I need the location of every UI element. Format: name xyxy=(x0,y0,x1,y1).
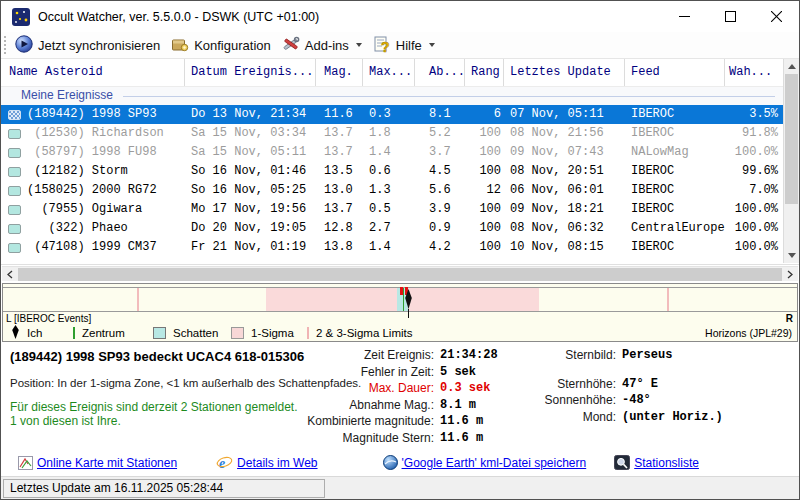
table-row[interactable]: (158025) 2000 RG72So 16 Nov, 05:2513.01.… xyxy=(1,181,784,200)
column-header-update[interactable]: Letztes Update xyxy=(504,59,625,86)
station-list-link[interactable]: Stationsliste xyxy=(614,455,699,470)
column-header-max[interactable]: Max... xyxy=(363,59,415,86)
row-cell-feed: IBEROC xyxy=(625,124,725,143)
row-cell-datum: Fr 21 Nov, 01:19 xyxy=(185,238,316,257)
station-list-label: Stationsliste xyxy=(634,456,699,470)
row-cell-feed: IBEROC xyxy=(625,105,725,124)
addins-dropdown-caret xyxy=(356,43,362,47)
row-cell-rang: 100 xyxy=(465,200,504,219)
event-path-icon xyxy=(8,224,21,234)
field-value: 21:34:28 xyxy=(440,348,498,364)
svg-text:?: ? xyxy=(381,38,390,53)
row-cell-ab: 8.1 xyxy=(415,105,465,124)
row-cell-wah: 91.8% xyxy=(725,124,784,143)
group-header[interactable]: Meine Ereignisse xyxy=(1,87,799,105)
vertical-scrollbar[interactable] xyxy=(783,59,799,263)
config-label: Konfiguration xyxy=(194,38,271,53)
table-row[interactable]: (322) PhaeoDo 20 Nov, 19:0512.82.70.9100… xyxy=(1,219,784,238)
window-controls xyxy=(661,1,799,32)
status-text: Letztes Update am 16.11.2025 05:28:44 xyxy=(10,481,223,495)
row-cell-ab: 4.2 xyxy=(415,238,465,257)
column-header-datum[interactable]: Datum Ereignis... xyxy=(185,59,316,86)
hilfe-button[interactable]: ? Hilfe xyxy=(369,33,442,58)
maximize-button[interactable] xyxy=(707,1,753,32)
vertical-scroll-thumb[interactable] xyxy=(785,74,798,204)
table-row[interactable]: (12530) RichardsonSa 15 Nov, 03:3413.71.… xyxy=(1,124,784,143)
field-label: Mond: xyxy=(540,410,616,426)
horizontal-scroll-thumb[interactable] xyxy=(18,268,782,281)
web-details-label: Details im Web xyxy=(237,456,317,470)
close-button[interactable] xyxy=(753,1,799,32)
row-cell-ab: 4.5 xyxy=(415,162,465,181)
field-label: Zeit Ereignis: xyxy=(300,348,434,364)
field-label: Kombinierte magnitude: xyxy=(300,414,434,430)
timeline-left-label: L [IBEROC Events] xyxy=(6,313,91,324)
legend-label: Zentrum xyxy=(82,327,125,339)
toolbar-grip[interactable] xyxy=(4,36,7,54)
row-icon-cell xyxy=(1,124,27,143)
event-rows: (189442) 1998 SP93Do 13 Nov, 21:3411.60.… xyxy=(1,105,799,257)
row-icon-cell xyxy=(1,105,27,124)
addins-tools-icon xyxy=(282,35,300,56)
group-header-label: Meine Ereignisse xyxy=(21,88,113,102)
scroll-down-button[interactable] xyxy=(784,248,799,263)
row-cell-wah: 100.0% xyxy=(725,238,784,257)
row-cell-mag: 13.5 xyxy=(316,162,363,181)
sync-button[interactable]: Jetzt synchronisieren xyxy=(11,33,167,58)
table-row[interactable]: (12182) StormSo 16 Nov, 01:4613.50.64.51… xyxy=(1,162,784,181)
field-label: Sonnenhöhe: xyxy=(540,393,616,409)
horizontal-scrollbar[interactable] xyxy=(2,266,798,281)
status-bar: Letztes Update am 16.11.2025 05:28:44 xyxy=(1,476,799,499)
column-header-feed[interactable]: Feed xyxy=(625,59,725,86)
google-earth-link[interactable]: 'Google Earth' kml-Datei speichern xyxy=(383,455,587,470)
column-header-name[interactable]: Name Asteroid xyxy=(1,59,185,86)
timeline-edge-labels: L [IBEROC Events] R xyxy=(3,313,797,324)
title-bar: Occult Watcher, ver. 5.5.0.0 - DSWK (UTC… xyxy=(1,1,799,32)
scroll-left-button[interactable] xyxy=(2,267,18,282)
event-fields-sky: Sternbild:PerseusSternhöhe:47° ESonnenhö… xyxy=(540,348,723,425)
table-row[interactable]: (189442) 1998 SP93Do 13 Nov, 21:3411.60.… xyxy=(1,105,784,124)
scroll-up-button[interactable] xyxy=(784,59,799,74)
field-label: Fehler in Zeit: xyxy=(300,365,434,381)
field-value: 11.6 m xyxy=(440,431,498,447)
row-cell-max: 1.3 xyxy=(363,181,415,200)
row-icon-cell xyxy=(1,238,27,257)
row-icon-cell xyxy=(1,200,27,219)
column-header-mag[interactable]: Mag. xyxy=(316,59,363,86)
event-path-icon xyxy=(8,205,21,215)
web-details-link[interactable]: e Details im Web xyxy=(216,455,317,470)
timeline-band[interactable] xyxy=(3,287,797,312)
event-path-icon xyxy=(8,186,21,196)
row-cell-update: 08 Nov, 20:51 xyxy=(504,162,625,181)
row-cell-wah: 7.0% xyxy=(725,181,784,200)
column-header-ab[interactable]: Ab... xyxy=(415,59,465,86)
links-bar: Online Karte mit Stationen e Details im … xyxy=(2,449,798,476)
row-cell-max: 1.8 xyxy=(363,124,415,143)
table-row[interactable]: (58797) 1998 FU98Sa 15 Nov, 05:1113.71.4… xyxy=(1,143,784,162)
status-panel: Letztes Update am 16.11.2025 05:28:44 xyxy=(3,479,325,498)
row-cell-wah: 100.0% xyxy=(725,200,784,219)
field-value: Perseus xyxy=(622,348,723,364)
minimize-button[interactable] xyxy=(661,1,707,32)
column-header-rang[interactable]: Rang xyxy=(465,59,504,86)
row-cell-update: 07 Nov, 05:11 xyxy=(504,105,625,124)
row-cell-name: (158025) 2000 RG72 xyxy=(27,181,185,200)
station-list-icon xyxy=(614,455,630,470)
table-row[interactable]: (7955) OgiwaraMo 17 Nov, 19:5613.70.53.9… xyxy=(1,200,784,219)
online-map-link[interactable]: Online Karte mit Stationen xyxy=(18,456,177,470)
column-header-wah[interactable]: Wah... xyxy=(725,59,784,86)
row-cell-max: 0.5 xyxy=(363,200,415,219)
browser-icon: e xyxy=(216,455,233,470)
scroll-right-button[interactable] xyxy=(782,267,798,282)
addins-button[interactable]: Add-ins xyxy=(278,33,369,58)
sigma-limit-left xyxy=(137,288,139,311)
sigma-line-icon xyxy=(307,327,309,339)
row-cell-mag: 11.6 xyxy=(316,105,363,124)
row-cell-update: 10 Nov, 08:15 xyxy=(504,238,625,257)
field-label: Magnitude Stern: xyxy=(300,431,434,447)
config-button[interactable]: Konfiguration xyxy=(167,33,278,58)
arrow-up-icon xyxy=(788,64,796,69)
row-cell-datum: Do 20 Nov, 19:05 xyxy=(185,219,316,238)
table-row[interactable]: (47108) 1999 CM37Fr 21 Nov, 01:1913.81.4… xyxy=(1,238,784,257)
row-cell-datum: Mo 17 Nov, 19:56 xyxy=(185,200,316,219)
